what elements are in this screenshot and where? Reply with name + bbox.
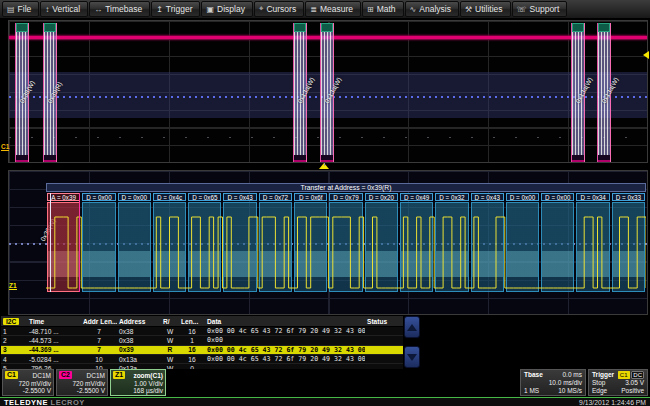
decode-cap bbox=[572, 23, 584, 32]
c1-offset-marker[interactable]: C1 bbox=[1, 143, 9, 151]
z1-offset-marker[interactable]: Z1 bbox=[9, 282, 17, 290]
up-arrow-icon bbox=[407, 324, 417, 331]
byte-label: D = 0x6f bbox=[294, 193, 327, 201]
c2-offset: -2.5500 V bbox=[77, 387, 105, 394]
horizontal-arrows-icon: ↔ bbox=[94, 5, 102, 14]
table-row[interactable]: 3 -44.369 ... 7 0x39 R 16 0x00 00 4c 65 … bbox=[1, 346, 403, 355]
data-byte-box: D = 0x00 bbox=[118, 193, 151, 292]
data-byte-box: D = 0x20 bbox=[365, 193, 398, 292]
datetime-display: 9/13/2012 1:24:46 PM bbox=[579, 399, 646, 406]
data-byte-box: D = 0x00 bbox=[541, 193, 574, 292]
i2c-burst: 0x38(W) bbox=[15, 23, 29, 162]
byte-region bbox=[435, 202, 468, 292]
z1-descriptor-box[interactable]: Z1 zoom(C1) 1.00 V/div 168 µs/div bbox=[110, 369, 166, 396]
transfer-banner: Transfer at Address = 0x39(R) bbox=[46, 183, 646, 192]
menu-item-trigger[interactable]: ↥Trigger bbox=[151, 1, 200, 17]
trigger-box[interactable]: Trigger C1 DC Stop 3.05 V Edge Positive bbox=[588, 369, 648, 396]
burst-base bbox=[294, 155, 306, 162]
byte-label: D = 0x49 bbox=[400, 193, 433, 201]
byte-region bbox=[541, 202, 574, 292]
table-row[interactable]: 2 -44.573 ... 7 0x38 W 1 0x00 bbox=[1, 336, 403, 345]
decode-cap bbox=[598, 23, 610, 32]
utilities-icon: ⚒ bbox=[465, 5, 472, 14]
scroll-down-button[interactable] bbox=[404, 346, 420, 368]
file-icon: ▤ bbox=[7, 5, 15, 14]
c1-badge: C1 bbox=[5, 371, 18, 379]
timebase-label: Tbase bbox=[524, 371, 543, 378]
byte-region bbox=[118, 202, 151, 292]
menu-item-cursors[interactable]: ⌖Cursors bbox=[254, 1, 304, 17]
byte-label: D = 0x33 bbox=[612, 193, 645, 201]
main-waveform-grid[interactable]: 0x38(W) 0x39(R) 0x13a(W) 0x13a(W) 0x13a(… bbox=[8, 20, 648, 163]
menu-item-vertical[interactable]: ↕Vertical bbox=[40, 1, 88, 17]
decode-boxes: A = 0x39 D = 0x00 D = 0x00 D = 0x4c D = … bbox=[46, 193, 646, 292]
byte-label: D = 0x00 bbox=[506, 193, 539, 201]
timebase-offset: 0.0 ms bbox=[562, 371, 582, 378]
table-row[interactable]: 4 -5.0284 ... 10 0x13a W 16 0x00 00 4c 6… bbox=[1, 355, 403, 364]
down-arrow-icon bbox=[407, 354, 417, 361]
trigger-level-arrow[interactable] bbox=[643, 51, 649, 59]
byte-region bbox=[471, 202, 504, 292]
byte-label: D = 0x00 bbox=[82, 193, 115, 201]
byte-label: D = 0x43 bbox=[223, 193, 256, 201]
byte-region bbox=[365, 202, 398, 292]
menu-item-support[interactable]: ☏Support bbox=[512, 1, 568, 17]
byte-region bbox=[82, 202, 115, 292]
i2c-burst: 0x39(R) bbox=[43, 23, 57, 162]
byte-label: D = 0x32 bbox=[435, 193, 468, 201]
support-icon: ☏ bbox=[517, 5, 527, 14]
i2c-decode-overlay: Transfer at Address = 0x39(R) A = 0x39 D… bbox=[46, 183, 646, 292]
analysis-icon: ∿ bbox=[410, 5, 417, 14]
data-byte-box: D = 0x79 bbox=[329, 193, 362, 292]
trigger-mode: Stop bbox=[592, 379, 605, 386]
trigger-edge-icon: ↥ bbox=[156, 5, 163, 14]
vertical-arrows-icon: ↕ bbox=[45, 5, 49, 14]
bus-badge: I2C bbox=[3, 318, 19, 325]
table-header-row: I2C TimeAddr Len... AddressR/ Len...Data… bbox=[1, 316, 403, 327]
decode-table: I2C TimeAddr Len... AddressR/ Len...Data… bbox=[1, 316, 403, 368]
menu-item-analysis[interactable]: ∿Analysis bbox=[405, 1, 459, 17]
i2c-burst: 0x13a(W) bbox=[293, 23, 307, 162]
trigger-coupling-chip: DC bbox=[631, 371, 644, 379]
c1-offset: -2.5500 V bbox=[23, 387, 51, 394]
byte-region bbox=[294, 202, 327, 292]
burst-base bbox=[16, 155, 28, 162]
c2-descriptor-box[interactable]: C2 DC1M 720 mV/div -2.5500 V bbox=[56, 369, 108, 396]
byte-label: D = 0x72 bbox=[259, 193, 292, 201]
math-icon: ⊞ bbox=[367, 5, 374, 14]
decode-cap bbox=[16, 23, 28, 32]
data-byte-box: D = 0x00 bbox=[82, 193, 115, 292]
c1-descriptor-box[interactable]: C1 DC1M 720 mV/div -2.5500 V bbox=[2, 369, 54, 396]
data-byte-box: D = 0x43 bbox=[471, 193, 504, 292]
byte-label: D = 0x4c bbox=[153, 193, 186, 201]
trigger-source-chip: C1 bbox=[618, 371, 630, 379]
timebase-rate: 10 MS/s bbox=[558, 387, 582, 394]
menu-item-display[interactable]: ▣Display bbox=[201, 1, 252, 17]
menu-item-math[interactable]: ⊞Math bbox=[362, 1, 404, 17]
menu-item-utilities[interactable]: ⚒Utilities bbox=[460, 1, 511, 17]
decode-cap bbox=[321, 23, 333, 32]
byte-label: D = 0x65 bbox=[188, 193, 221, 201]
timebase-box[interactable]: Tbase 0.0 ms 10.0 ms/div 1 MS 10 MS/s bbox=[520, 369, 586, 396]
menu-item-file[interactable]: ▤File bbox=[2, 1, 39, 17]
z1-scale: 1.00 V/div bbox=[134, 380, 163, 387]
table-row[interactable]: 1 -48.710 ... 7 0x38 W 16 0x00 00 4c 65 … bbox=[1, 327, 403, 336]
trigger-slope: Positive bbox=[621, 387, 644, 394]
i2c-burst: 0x13a(W) bbox=[571, 23, 585, 162]
oscilloscope-screen: ▤File↕Vertical↔Timebase↥Trigger▣Display⌖… bbox=[0, 0, 650, 406]
byte-label: A = 0x39 bbox=[47, 193, 80, 201]
start-condition-line bbox=[50, 193, 51, 292]
z1-source: zoom(C1) bbox=[133, 372, 163, 379]
scl-edge-line bbox=[79, 193, 80, 292]
byte-label: D = 0x00 bbox=[541, 193, 574, 201]
data-byte-box: D = 0x32 bbox=[435, 193, 468, 292]
data-byte-box: D = 0x65 bbox=[188, 193, 221, 292]
byte-label: D = 0x20 bbox=[365, 193, 398, 201]
menu-item-timebase[interactable]: ↔Timebase bbox=[89, 1, 150, 17]
scroll-up-button[interactable] bbox=[404, 316, 420, 338]
data-byte-box: D = 0x00 bbox=[506, 193, 539, 292]
byte-label: D = 0x00 bbox=[118, 193, 151, 201]
data-byte-box: D = 0x49 bbox=[400, 193, 433, 292]
trigger-level: 3.05 V bbox=[625, 379, 644, 386]
menu-item-measure[interactable]: ≣Measure bbox=[305, 1, 361, 17]
